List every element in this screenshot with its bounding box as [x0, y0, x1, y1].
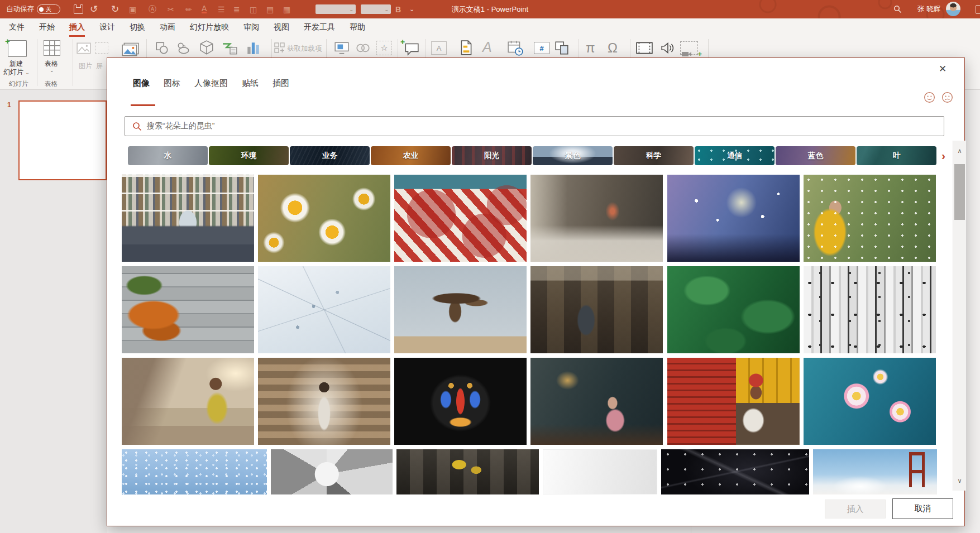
- qat-dropdown-2[interactable]: ⌄: [361, 4, 391, 14]
- slide-number-button[interactable]: #: [534, 42, 549, 54]
- image-tile[interactable]: [122, 358, 254, 445]
- smile-face-icon[interactable]: [924, 92, 935, 103]
- audio-button[interactable]: [660, 41, 676, 57]
- bold-button[interactable]: B: [395, 0, 401, 18]
- picture-button[interactable]: [76, 41, 92, 58]
- tab-transitions[interactable]: 切换: [130, 18, 145, 37]
- image-tile[interactable]: [394, 175, 527, 262]
- tab-help[interactable]: 帮助: [350, 18, 365, 37]
- image-tile[interactable]: [804, 266, 936, 353]
- image-tile[interactable]: [258, 175, 390, 262]
- equation-button[interactable]: π: [586, 41, 595, 55]
- image-tile[interactable]: [122, 175, 254, 262]
- search-input[interactable]: 搜索“花朵上的昆虫”: [125, 116, 944, 136]
- image-tile[interactable]: [530, 358, 663, 445]
- zoom-link-button[interactable]: [334, 41, 350, 57]
- save-button[interactable]: [74, 0, 83, 18]
- link-button[interactable]: [355, 42, 371, 56]
- image-tile[interactable]: [804, 358, 936, 445]
- tab-view[interactable]: 视图: [274, 18, 289, 37]
- object-button[interactable]: [554, 40, 570, 58]
- tab-design[interactable]: 设计: [99, 18, 115, 37]
- avatar[interactable]: [946, 2, 960, 16]
- tab-slideshow[interactable]: 幻灯片放映: [190, 18, 229, 37]
- category-chip-business[interactable]: 业务: [290, 146, 370, 165]
- get-addins-button[interactable]: [274, 42, 286, 56]
- image-tile[interactable]: [394, 358, 527, 445]
- comment-button[interactable]: +: [403, 41, 420, 58]
- user-name[interactable]: 张 晓辉: [917, 0, 940, 18]
- image-tile[interactable]: [667, 266, 800, 353]
- image-tile[interactable]: [667, 358, 800, 445]
- qat-dropdown-1[interactable]: ⌄: [315, 4, 356, 14]
- image-tile[interactable]: [122, 266, 254, 353]
- image-tile[interactable]: [258, 266, 390, 353]
- frown-face-icon[interactable]: [941, 92, 953, 103]
- slide-thumbnail[interactable]: [18, 100, 107, 180]
- autosave-toggle[interactable]: 关: [37, 0, 60, 18]
- screen-record-button[interactable]: +: [680, 41, 698, 55]
- categories-next-arrow[interactable]: ›: [941, 146, 945, 165]
- ribbon-options-icon[interactable]: [976, 5, 980, 14]
- scrollbar-thumb[interactable]: [954, 164, 965, 220]
- category-chip-leaf[interactable]: 叶: [857, 146, 936, 165]
- scroll-down-button[interactable]: ∨: [953, 470, 966, 491]
- category-chip-blue[interactable]: 蓝色: [776, 146, 855, 165]
- image-tile[interactable]: [813, 449, 937, 494]
- redo-button[interactable]: ↻: [111, 0, 119, 18]
- image-tile[interactable]: [396, 449, 539, 494]
- shapes-button[interactable]: [155, 41, 169, 57]
- new-slide-button[interactable]: +: [8, 40, 27, 57]
- datetime-button[interactable]: [507, 40, 524, 59]
- category-chip-communication[interactable]: 通信: [695, 146, 775, 165]
- chart-button[interactable]: [246, 40, 260, 57]
- action-button[interactable]: ☆: [376, 41, 392, 55]
- dialog-close-button[interactable]: ✕: [935, 61, 950, 76]
- video-button[interactable]: [635, 41, 653, 57]
- dialog-tab-images[interactable]: 图像: [133, 78, 150, 92]
- tab-animations[interactable]: 动画: [160, 18, 175, 37]
- dialog-tab-icons[interactable]: 图标: [164, 78, 180, 92]
- tab-file[interactable]: 文件: [9, 18, 25, 37]
- dialog-scrollbar[interactable]: ∧ ∨: [953, 141, 966, 491]
- search-button[interactable]: [893, 0, 902, 18]
- image-tile[interactable]: [122, 449, 267, 494]
- undo-button[interactable]: ↺: [90, 0, 98, 18]
- image-gallery-button[interactable]: [121, 40, 140, 59]
- table-button[interactable]: [44, 40, 60, 56]
- category-chip-science[interactable]: 科学: [614, 146, 694, 165]
- image-tile[interactable]: [271, 449, 393, 494]
- category-chip-scenery[interactable]: 景色: [533, 146, 613, 165]
- image-tile[interactable]: [667, 175, 800, 262]
- image-tile[interactable]: [543, 449, 657, 494]
- dialog-tab-illustrations[interactable]: 插图: [273, 78, 289, 92]
- scroll-up-button[interactable]: ∧: [953, 141, 966, 161]
- category-chip-agriculture[interactable]: 农业: [371, 146, 451, 165]
- symbol-button[interactable]: Ω: [608, 41, 618, 55]
- header-footer-button[interactable]: [459, 40, 474, 58]
- image-tile[interactable]: [530, 175, 663, 262]
- screenshot-button[interactable]: [95, 42, 108, 54]
- image-tile[interactable]: [394, 266, 527, 353]
- category-chip-water[interactable]: 水: [128, 146, 208, 165]
- tab-review[interactable]: 审阅: [243, 18, 259, 37]
- dialog-tab-cutout[interactable]: 人像抠图: [194, 78, 228, 92]
- textbox-button[interactable]: A: [431, 41, 447, 55]
- insert-button[interactable]: 插入: [825, 500, 886, 518]
- image-tile[interactable]: [530, 266, 663, 353]
- image-tile[interactable]: [258, 358, 390, 445]
- image-tile[interactable]: [804, 175, 936, 262]
- wordart-button[interactable]: A: [482, 40, 492, 54]
- tab-home[interactable]: 开始: [39, 18, 55, 37]
- smartart-button[interactable]: [221, 40, 238, 57]
- dialog-tab-stickers[interactable]: 贴纸: [242, 78, 259, 92]
- tab-insert[interactable]: 插入: [69, 18, 85, 37]
- icons-button[interactable]: [175, 41, 191, 57]
- category-chip-environment[interactable]: 环境: [209, 146, 289, 165]
- cancel-button[interactable]: 取消: [892, 498, 953, 519]
- tab-developer[interactable]: 开发工具: [304, 18, 335, 37]
- 3d-model-button[interactable]: [199, 40, 214, 57]
- category-chip-sunlight[interactable]: 阳光: [452, 146, 532, 165]
- qat-more-button[interactable]: ⌄: [409, 0, 414, 18]
- image-tile[interactable]: [661, 449, 809, 494]
